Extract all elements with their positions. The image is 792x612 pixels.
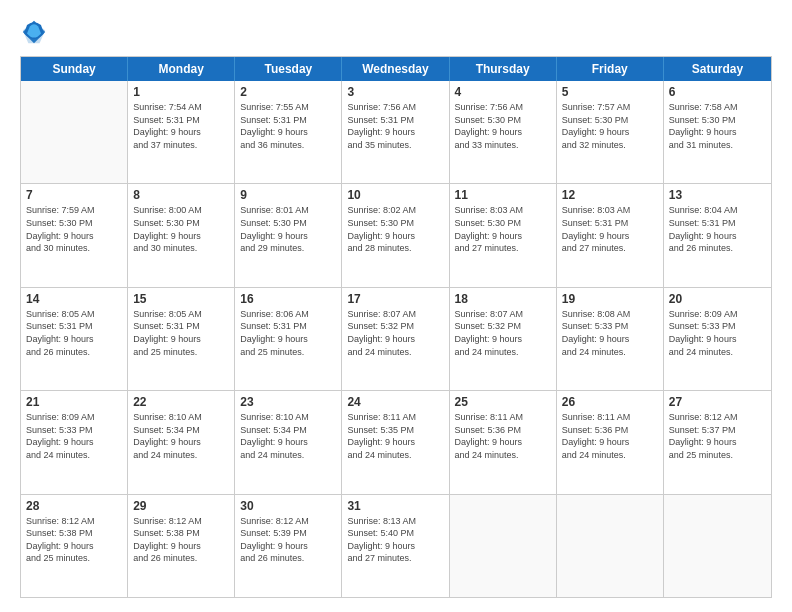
day-cell-31: 31Sunrise: 8:13 AM Sunset: 5:40 PM Dayli… (342, 495, 449, 597)
day-cell-21: 21Sunrise: 8:09 AM Sunset: 5:33 PM Dayli… (21, 391, 128, 493)
day-cell-20: 20Sunrise: 8:09 AM Sunset: 5:33 PM Dayli… (664, 288, 771, 390)
day-cell-16: 16Sunrise: 8:06 AM Sunset: 5:31 PM Dayli… (235, 288, 342, 390)
day-cell-5: 5Sunrise: 7:57 AM Sunset: 5:30 PM Daylig… (557, 81, 664, 183)
day-number: 25 (455, 395, 551, 409)
day-cell-9: 9Sunrise: 8:01 AM Sunset: 5:30 PM Daylig… (235, 184, 342, 286)
day-number: 23 (240, 395, 336, 409)
day-info: Sunrise: 8:07 AM Sunset: 5:32 PM Dayligh… (347, 308, 443, 358)
calendar: SundayMondayTuesdayWednesdayThursdayFrid… (20, 56, 772, 598)
day-info: Sunrise: 8:01 AM Sunset: 5:30 PM Dayligh… (240, 204, 336, 254)
day-number: 21 (26, 395, 122, 409)
empty-cell-4-6 (664, 495, 771, 597)
day-cell-24: 24Sunrise: 8:11 AM Sunset: 5:35 PM Dayli… (342, 391, 449, 493)
day-cell-27: 27Sunrise: 8:12 AM Sunset: 5:37 PM Dayli… (664, 391, 771, 493)
day-cell-14: 14Sunrise: 8:05 AM Sunset: 5:31 PM Dayli… (21, 288, 128, 390)
day-number: 8 (133, 188, 229, 202)
day-info: Sunrise: 7:59 AM Sunset: 5:30 PM Dayligh… (26, 204, 122, 254)
day-info: Sunrise: 7:55 AM Sunset: 5:31 PM Dayligh… (240, 101, 336, 151)
day-info: Sunrise: 8:12 AM Sunset: 5:37 PM Dayligh… (669, 411, 766, 461)
day-cell-10: 10Sunrise: 8:02 AM Sunset: 5:30 PM Dayli… (342, 184, 449, 286)
day-number: 10 (347, 188, 443, 202)
day-info: Sunrise: 8:08 AM Sunset: 5:33 PM Dayligh… (562, 308, 658, 358)
day-number: 17 (347, 292, 443, 306)
day-number: 28 (26, 499, 122, 513)
day-info: Sunrise: 8:12 AM Sunset: 5:39 PM Dayligh… (240, 515, 336, 565)
day-info: Sunrise: 8:12 AM Sunset: 5:38 PM Dayligh… (26, 515, 122, 565)
day-number: 6 (669, 85, 766, 99)
day-info: Sunrise: 8:10 AM Sunset: 5:34 PM Dayligh… (240, 411, 336, 461)
header-day-sunday: Sunday (21, 57, 128, 81)
day-info: Sunrise: 8:00 AM Sunset: 5:30 PM Dayligh… (133, 204, 229, 254)
day-cell-17: 17Sunrise: 8:07 AM Sunset: 5:32 PM Dayli… (342, 288, 449, 390)
day-cell-25: 25Sunrise: 8:11 AM Sunset: 5:36 PM Dayli… (450, 391, 557, 493)
empty-cell-4-5 (557, 495, 664, 597)
day-info: Sunrise: 8:05 AM Sunset: 5:31 PM Dayligh… (133, 308, 229, 358)
header-day-wednesday: Wednesday (342, 57, 449, 81)
day-cell-3: 3Sunrise: 7:56 AM Sunset: 5:31 PM Daylig… (342, 81, 449, 183)
week-row-0: 1Sunrise: 7:54 AM Sunset: 5:31 PM Daylig… (21, 81, 771, 184)
day-info: Sunrise: 8:03 AM Sunset: 5:30 PM Dayligh… (455, 204, 551, 254)
day-cell-12: 12Sunrise: 8:03 AM Sunset: 5:31 PM Dayli… (557, 184, 664, 286)
day-number: 19 (562, 292, 658, 306)
day-info: Sunrise: 7:54 AM Sunset: 5:31 PM Dayligh… (133, 101, 229, 151)
day-number: 27 (669, 395, 766, 409)
day-number: 2 (240, 85, 336, 99)
day-cell-1: 1Sunrise: 7:54 AM Sunset: 5:31 PM Daylig… (128, 81, 235, 183)
calendar-body: 1Sunrise: 7:54 AM Sunset: 5:31 PM Daylig… (21, 81, 771, 597)
day-cell-2: 2Sunrise: 7:55 AM Sunset: 5:31 PM Daylig… (235, 81, 342, 183)
day-info: Sunrise: 8:04 AM Sunset: 5:31 PM Dayligh… (669, 204, 766, 254)
day-cell-11: 11Sunrise: 8:03 AM Sunset: 5:30 PM Dayli… (450, 184, 557, 286)
day-info: Sunrise: 8:09 AM Sunset: 5:33 PM Dayligh… (669, 308, 766, 358)
day-info: Sunrise: 8:06 AM Sunset: 5:31 PM Dayligh… (240, 308, 336, 358)
header-day-tuesday: Tuesday (235, 57, 342, 81)
header (20, 18, 772, 46)
day-cell-13: 13Sunrise: 8:04 AM Sunset: 5:31 PM Dayli… (664, 184, 771, 286)
day-cell-22: 22Sunrise: 8:10 AM Sunset: 5:34 PM Dayli… (128, 391, 235, 493)
day-cell-15: 15Sunrise: 8:05 AM Sunset: 5:31 PM Dayli… (128, 288, 235, 390)
logo-icon (20, 18, 48, 46)
day-number: 1 (133, 85, 229, 99)
day-info: Sunrise: 7:56 AM Sunset: 5:31 PM Dayligh… (347, 101, 443, 151)
day-number: 5 (562, 85, 658, 99)
day-cell-6: 6Sunrise: 7:58 AM Sunset: 5:30 PM Daylig… (664, 81, 771, 183)
week-row-3: 21Sunrise: 8:09 AM Sunset: 5:33 PM Dayli… (21, 391, 771, 494)
day-number: 20 (669, 292, 766, 306)
day-info: Sunrise: 8:10 AM Sunset: 5:34 PM Dayligh… (133, 411, 229, 461)
day-cell-8: 8Sunrise: 8:00 AM Sunset: 5:30 PM Daylig… (128, 184, 235, 286)
header-day-thursday: Thursday (450, 57, 557, 81)
day-cell-19: 19Sunrise: 8:08 AM Sunset: 5:33 PM Dayli… (557, 288, 664, 390)
calendar-header: SundayMondayTuesdayWednesdayThursdayFrid… (21, 57, 771, 81)
day-info: Sunrise: 8:11 AM Sunset: 5:36 PM Dayligh… (455, 411, 551, 461)
day-number: 24 (347, 395, 443, 409)
day-number: 22 (133, 395, 229, 409)
day-number: 29 (133, 499, 229, 513)
header-day-saturday: Saturday (664, 57, 771, 81)
day-info: Sunrise: 8:11 AM Sunset: 5:35 PM Dayligh… (347, 411, 443, 461)
empty-cell-0-0 (21, 81, 128, 183)
day-number: 26 (562, 395, 658, 409)
day-number: 13 (669, 188, 766, 202)
empty-cell-4-4 (450, 495, 557, 597)
day-number: 9 (240, 188, 336, 202)
day-number: 12 (562, 188, 658, 202)
day-number: 4 (455, 85, 551, 99)
day-number: 11 (455, 188, 551, 202)
week-row-2: 14Sunrise: 8:05 AM Sunset: 5:31 PM Dayli… (21, 288, 771, 391)
header-day-monday: Monday (128, 57, 235, 81)
day-cell-28: 28Sunrise: 8:12 AM Sunset: 5:38 PM Dayli… (21, 495, 128, 597)
day-info: Sunrise: 8:07 AM Sunset: 5:32 PM Dayligh… (455, 308, 551, 358)
day-cell-18: 18Sunrise: 8:07 AM Sunset: 5:32 PM Dayli… (450, 288, 557, 390)
day-cell-29: 29Sunrise: 8:12 AM Sunset: 5:38 PM Dayli… (128, 495, 235, 597)
day-number: 3 (347, 85, 443, 99)
day-cell-23: 23Sunrise: 8:10 AM Sunset: 5:34 PM Dayli… (235, 391, 342, 493)
day-info: Sunrise: 8:03 AM Sunset: 5:31 PM Dayligh… (562, 204, 658, 254)
logo (20, 18, 52, 46)
day-info: Sunrise: 8:09 AM Sunset: 5:33 PM Dayligh… (26, 411, 122, 461)
day-info: Sunrise: 8:11 AM Sunset: 5:36 PM Dayligh… (562, 411, 658, 461)
day-info: Sunrise: 7:57 AM Sunset: 5:30 PM Dayligh… (562, 101, 658, 151)
day-cell-30: 30Sunrise: 8:12 AM Sunset: 5:39 PM Dayli… (235, 495, 342, 597)
day-info: Sunrise: 8:12 AM Sunset: 5:38 PM Dayligh… (133, 515, 229, 565)
day-number: 31 (347, 499, 443, 513)
day-number: 15 (133, 292, 229, 306)
day-number: 30 (240, 499, 336, 513)
